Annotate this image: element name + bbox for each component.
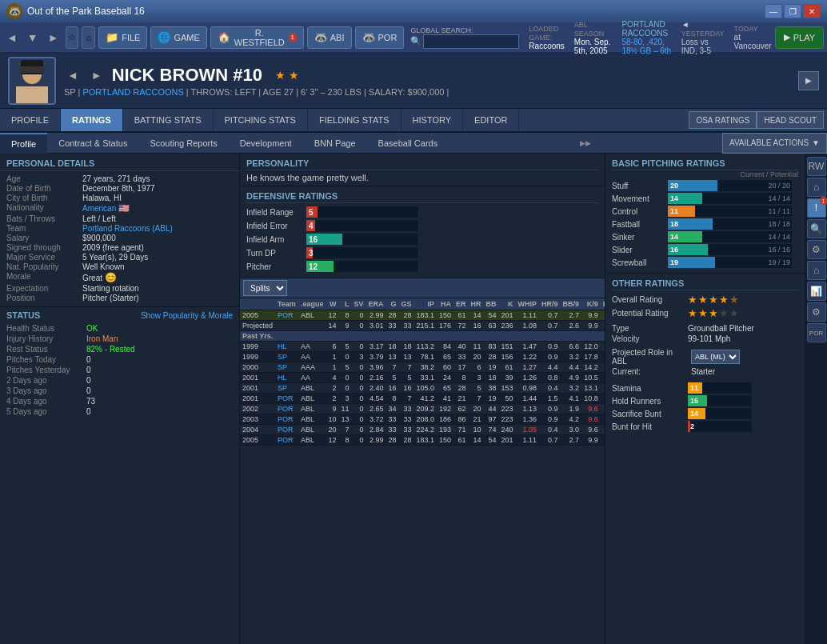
right-sidebar: RW ⌂ ! 1 🔍 ⚙ ⌂ 📊 ⚙ POR bbox=[805, 154, 827, 644]
expand-button[interactable]: ▶ bbox=[798, 71, 819, 90]
star-2-icon: ★ bbox=[289, 69, 299, 82]
chart-sidebar-icon[interactable]: 📊 bbox=[807, 282, 826, 301]
maximize-button[interactable]: ❐ bbox=[784, 4, 801, 18]
cell-league: ABL bbox=[298, 383, 326, 394]
cell-league: ABL bbox=[298, 394, 326, 404]
left-panel: PERSONAL DETAILS Age 27 years, 271 days … bbox=[0, 154, 240, 644]
settings-sidebar-icon[interactable]: ⚙ bbox=[807, 240, 826, 259]
table-row: 1999 SP AA 103 3.791313 78.1653320 28156… bbox=[240, 352, 605, 362]
table-row: 2001 POR ABL 230 4.5487 41.241217 19501.… bbox=[240, 394, 605, 404]
play-button[interactable]: ▶PLAY bbox=[775, 26, 824, 49]
rw-icon[interactable]: RW bbox=[807, 157, 826, 176]
pitches-today-row: Pitches Today 0 bbox=[0, 354, 239, 365]
tab-fielding-stats[interactable]: FIELDING STATS bbox=[308, 109, 402, 131]
cell-team: SP bbox=[275, 352, 298, 362]
cell-year: 2005 bbox=[240, 310, 275, 321]
cell-year: 1999 bbox=[240, 342, 275, 352]
player-prev[interactable]: ◄ bbox=[64, 67, 82, 83]
team-record-info: PORTLAND RACCOONS 58-80, .420, 18½ GB – … bbox=[621, 20, 671, 55]
gear2-sidebar-icon[interactable]: ⚙ bbox=[807, 302, 826, 322]
osa-ratings-button[interactable]: OSA RATINGS bbox=[689, 111, 757, 129]
team-link[interactable]: PORTLAND RACCOONS bbox=[82, 87, 183, 97]
star-icon[interactable]: ☆ bbox=[66, 26, 79, 49]
control-row: Control 11 11 / 11 bbox=[612, 206, 798, 217]
stuff-row: Stuff 20 20 / 20 bbox=[612, 180, 798, 191]
subtab-development[interactable]: Development bbox=[229, 133, 303, 154]
subtab-baseball-cards[interactable]: Baseball Cards bbox=[367, 133, 449, 154]
col-w: W bbox=[326, 298, 338, 310]
city-row: City of Birth Halawa, HI bbox=[6, 194, 233, 202]
table-row: 1999 HL AA 650 3.171818 113.2844011 8315… bbox=[240, 342, 605, 352]
right-nav-buttons: ▶PLAY bbox=[775, 26, 824, 49]
tab-batting-stats[interactable]: BATTING STATS bbox=[123, 109, 214, 131]
por-sidebar-icon[interactable]: POR bbox=[807, 323, 826, 342]
col-ip: IP bbox=[414, 298, 437, 310]
cell-league: ABL bbox=[298, 404, 326, 414]
cell-league bbox=[298, 321, 326, 331]
cell-team: HL bbox=[275, 342, 298, 352]
game-button[interactable]: 🌐GAME bbox=[150, 26, 206, 49]
morale-row: Morale Great 😊 bbox=[6, 272, 233, 283]
cell-team: POR bbox=[275, 425, 298, 435]
splits-dropdown[interactable]: Splits bbox=[243, 280, 287, 296]
col-team: Team bbox=[275, 298, 298, 310]
cell-year: 2001 bbox=[240, 373, 275, 383]
subtab-profile[interactable]: Profile bbox=[0, 133, 47, 154]
defensive-ratings-section: DEFENSIVE RATINGS Infield Range 5 Infiel… bbox=[240, 186, 605, 278]
rest-status-row: Rest Status 82% - Rested bbox=[0, 344, 239, 354]
notification-icon[interactable]: ! 1 bbox=[807, 198, 826, 218]
tab-profile[interactable]: PROFILE bbox=[0, 109, 61, 131]
pitching-ratings-section: BASIC PITCHING RATINGS Current / Potenti… bbox=[605, 154, 805, 274]
player-name-section: ◄ ► NICK BROWN #10 ★ ★ SP | PORTLAND RAC… bbox=[64, 65, 798, 97]
tab-history[interactable]: HISTORY bbox=[402, 109, 464, 131]
nav-back[interactable]: ◄ bbox=[3, 30, 21, 46]
col-k: K bbox=[499, 298, 516, 310]
westfield-button[interactable]: 🏠R. WESTFIELD 1 bbox=[210, 26, 304, 49]
cell-year: 2000 bbox=[240, 362, 275, 373]
overall-stars: ★ ★ ★ ★ ★ bbox=[688, 294, 739, 306]
col-hr: HR bbox=[469, 298, 484, 310]
search-sidebar-icon[interactable]: 🔍 bbox=[807, 219, 826, 238]
star-empty-icon: ★ bbox=[729, 307, 739, 319]
yesterday-info: ◄ YESTERDAY Loss vs IND, 3-5 bbox=[681, 20, 725, 55]
pitcher-row: Pitcher 12 bbox=[246, 261, 598, 272]
home-icon[interactable]: ⌂ bbox=[82, 26, 95, 49]
cell-league: ABL bbox=[298, 435, 326, 446]
role-select[interactable]: ABL (ML) bbox=[691, 350, 740, 364]
cell-team bbox=[275, 321, 298, 331]
nav-down[interactable]: ▼ bbox=[24, 30, 42, 46]
team-row: Team Portland Raccoons (ABL) bbox=[6, 224, 233, 233]
nav-forward[interactable]: ► bbox=[45, 30, 62, 46]
col-league: .eague bbox=[298, 298, 326, 310]
player-next[interactable]: ► bbox=[88, 67, 106, 83]
salary-row: Salary $900,000 bbox=[6, 234, 233, 242]
abi-button[interactable]: 🦝ABI bbox=[307, 26, 352, 49]
subtab-bnn[interactable]: BNN Page bbox=[303, 133, 367, 154]
minimize-button[interactable]: — bbox=[765, 4, 782, 18]
sub-tabs: Profile Contract & Status Scouting Repor… bbox=[0, 133, 827, 154]
cell-league: ABL bbox=[298, 425, 326, 435]
tab-ratings[interactable]: RATINGS bbox=[61, 109, 123, 131]
file-button[interactable]: 📁FILE bbox=[98, 26, 147, 49]
available-actions-button[interactable]: AVAILABLE ACTIONS ▼ bbox=[722, 133, 827, 154]
head-scout-button[interactable]: HEAD SCOUT bbox=[757, 111, 824, 129]
svg-rect-3 bbox=[16, 86, 48, 103]
home-sidebar-icon[interactable]: ⌂ bbox=[807, 178, 826, 197]
notification-icon-wrap: ! 1 bbox=[807, 198, 826, 218]
table-row: 2002 POR ABL 9110 2.653433 209.21926220 … bbox=[240, 404, 605, 414]
infield-error-row: Infield Error 4 bbox=[246, 220, 598, 231]
tab-editor[interactable]: EDITOR bbox=[463, 109, 519, 131]
player-details: SP | PORTLAND RACCOONS | THROWS: LEFT | … bbox=[64, 87, 798, 97]
splits-header: Splits bbox=[240, 278, 605, 298]
tab-pitching-stats[interactable]: PITCHING STATS bbox=[214, 109, 308, 131]
cell-league: ABL bbox=[298, 414, 326, 425]
home2-sidebar-icon[interactable]: ⌂ bbox=[807, 261, 826, 280]
pitches-yesterday-row: Pitches Yesterday 0 bbox=[0, 365, 239, 375]
stamina-row: Stamina 11 bbox=[612, 382, 798, 394]
search-input[interactable] bbox=[423, 34, 519, 49]
close-button[interactable]: ✕ bbox=[803, 4, 821, 18]
3days-row: 3 Days ago 0 bbox=[0, 386, 239, 396]
por-button[interactable]: 🦝POR bbox=[355, 26, 405, 49]
subtab-contract[interactable]: Contract & Status bbox=[47, 133, 138, 154]
subtab-scouting[interactable]: Scouting Reports bbox=[138, 133, 228, 154]
